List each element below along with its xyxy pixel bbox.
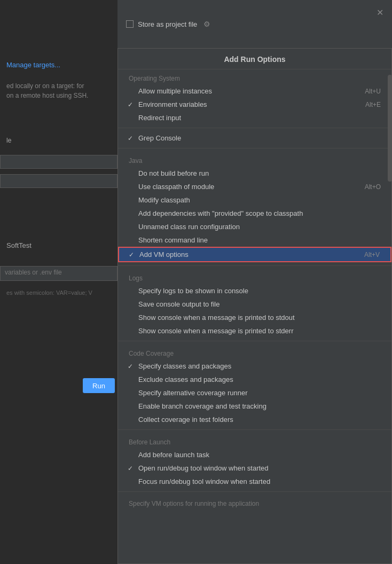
menu-item-add-dependencies[interactable]: Add dependencies with "provided" scope t… [118,207,391,220]
top-bar: Store as project file ⚙ ✕ [117,0,392,48]
env-hint: es with semicolon: VAR=value; V [0,288,117,297]
menu-item-unnamed-class[interactable]: Unnamed class run configuration [118,220,391,233]
menu-item-label: Add VM options [139,250,189,258]
menu-item-label: Save console output to file [138,300,220,308]
menu-item-environment-variables[interactable]: Environment variables Alt+E [118,98,391,111]
menu-item-label: Open run/debug tool window when started [138,464,269,472]
menu-item-label: Exclude classes and packages [138,375,233,383]
menu-item-label: Enable branch coverage and test tracking [138,402,266,410]
bg-label: le [0,135,117,146]
dropdown-title: Add Run Options [118,49,391,69]
menu-item-label: Focus run/debug tool window when started [138,477,270,485]
bg-input-1[interactable] [0,155,117,169]
menu-item-add-before-launch[interactable]: Add before launch task [118,448,391,461]
menu-item-label: Show console when a message is printed t… [138,314,295,322]
menu-item-label: Specify logs to be shown in console [138,287,248,295]
description-text: ed locally or on a target: for on a remo… [0,79,117,103]
add-run-options-dropdown: Add Run Options Operating System Allow m… [117,48,392,564]
menu-item-do-not-build[interactable]: Do not build before run [118,167,391,180]
divider-2 [118,148,391,148]
softtest-label: SoftTest [0,239,117,252]
shortcut-allow-multiple: Alt+U [365,88,381,95]
store-project-row: Store as project file ⚙ [126,20,210,28]
manage-targets-link[interactable]: Manage targets... [0,58,117,72]
menu-item-add-vm-options[interactable]: Add VM options Alt+V [118,247,391,262]
shortcut-vm-options: Alt+V [364,251,380,258]
menu-item-label: Collect coverage in test folders [138,416,233,424]
status-text: Specify VM options for running the appli… [129,500,259,507]
menu-item-show-console-stdout[interactable]: Show console when a message is printed t… [118,311,391,324]
menu-item-grep-console[interactable]: Grep Console [118,131,391,145]
menu-item-exclude-classes[interactable]: Exclude classes and packages [118,373,391,386]
divider-6 [118,491,391,492]
gear-icon[interactable]: ⚙ [203,20,210,28]
menu-item-redirect-input[interactable]: Redirect input [118,111,391,124]
menu-item-collect-coverage[interactable]: Collect coverage in test folders [118,413,391,426]
menu-item-shorten-command[interactable]: Shorten command line [118,233,391,247]
scrollbar[interactable] [388,75,392,182]
divider-5 [118,429,391,430]
menu-item-label: Specify classes and packages [138,362,231,370]
menu-item-specify-logs[interactable]: Specify logs to be shown in console [118,284,391,297]
menu-item-specify-classes[interactable]: Specify classes and packages [118,359,391,373]
menu-item-enable-branch[interactable]: Enable branch coverage and test tracking [118,400,391,413]
menu-item-label: Add before launch task [138,451,209,459]
menu-item-label: Redirect input [138,114,181,122]
menu-item-allow-multiple-instances[interactable]: Allow multiple instances Alt+U [118,84,391,98]
bg-input-2[interactable] [0,174,117,188]
divider-4 [118,341,391,341]
store-project-checkbox[interactable] [126,20,134,28]
divider-1 [118,128,391,128]
section-code-coverage: Code Coverage [118,344,391,359]
menu-item-label: Grep Console [138,134,181,142]
menu-item-label: Specify alternative coverage runner [138,389,248,397]
divider-3 [118,265,391,266]
dropdown-status-bar: Specify VM options for running the appli… [118,495,391,512]
menu-item-label: Modify classpath [138,196,190,204]
menu-item-label: Add dependencies with "provided" scope t… [138,209,303,217]
shortcut-env-vars: Alt+E [365,101,381,108]
menu-item-label: Allow multiple instances [138,87,212,95]
menu-item-show-console-stderr[interactable]: Show console when a message is printed t… [118,324,391,338]
section-operating-system: Operating System [118,69,391,84]
close-icon[interactable]: ✕ [377,7,383,18]
menu-item-use-classpath[interactable]: Use classpath of module Alt+O [118,180,391,193]
menu-item-modify-classpath[interactable]: Modify classpath [118,193,391,207]
menu-item-save-console[interactable]: Save console output to file [118,297,391,311]
run-button[interactable]: Run [83,378,115,393]
menu-item-open-run-debug[interactable]: Open run/debug tool window when started [118,461,391,475]
shortcut-classpath: Alt+O [365,183,381,191]
menu-item-label: Do not build before run [138,169,209,177]
section-java: Java [118,152,391,167]
env-input[interactable]: variables or .env file [0,266,117,281]
section-logs: Logs [118,269,391,284]
menu-item-label: Environment variables [138,100,207,108]
store-project-label: Store as project file [138,20,197,28]
menu-item-label: Show console when a message is printed t… [138,327,294,335]
menu-item-focus-run-debug[interactable]: Focus run/debug tool window when started [118,475,391,488]
menu-item-label: Use classpath of module [138,183,214,191]
menu-item-label: Shorten command line [138,236,208,244]
menu-item-label: Unnamed class run configuration [138,223,240,231]
section-before-launch: Before Launch [118,433,391,448]
menu-item-specify-alternative[interactable]: Specify alternative coverage runner [118,386,391,400]
